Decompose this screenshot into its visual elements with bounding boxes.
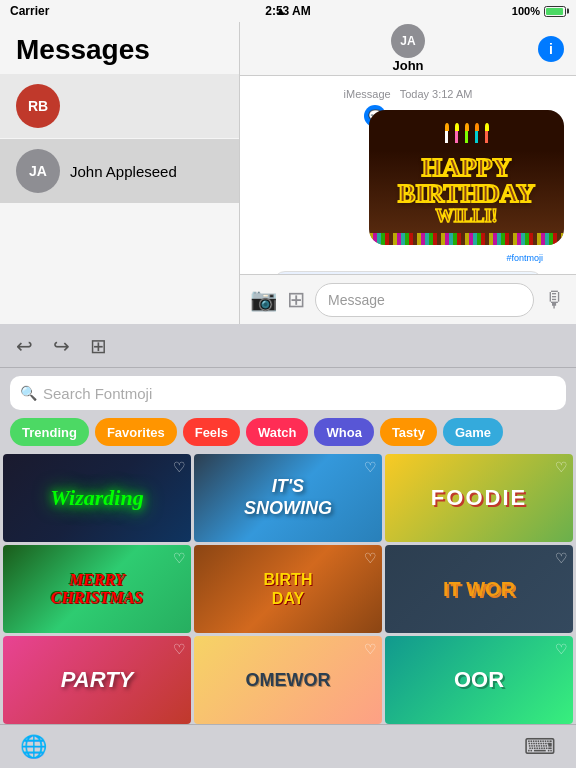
sticker-merry-text: MERRYCHRISTMAS: [51, 571, 143, 606]
chat-area: JA John i iMessage Today 3:12 AM 💬: [240, 22, 576, 324]
sticker-floor[interactable]: OOR ♡: [385, 636, 573, 724]
status-bar: Carrier ▲ 2:53 AM 100%: [0, 0, 576, 22]
birthday-sticker: HAPPY BIRTHDAY WILLI!: [369, 110, 564, 245]
sprinkles: [369, 233, 564, 245]
heart-icon-merry[interactable]: ♡: [173, 550, 186, 566]
tab-trending[interactable]: Trending: [10, 418, 89, 446]
candle-3: [465, 131, 468, 143]
flame-3: [465, 123, 469, 131]
heart-icon-floor[interactable]: ♡: [555, 641, 568, 657]
sticker-wizarding-text: Wizarding: [50, 485, 143, 511]
contact-item-rb[interactable]: RB: [0, 74, 239, 138]
heart-icon-party[interactable]: ♡: [173, 641, 186, 657]
tab-watch[interactable]: Watch: [246, 418, 309, 446]
avatar-rb: RB: [16, 84, 60, 128]
bd-line2: BIRTHDAY: [398, 181, 535, 207]
globe-icon[interactable]: 🌐: [20, 734, 47, 760]
sidebar-title: Messages: [0, 22, 239, 74]
toolbar-row: ↩ ↪ ⊞: [0, 324, 576, 368]
message-row-thanks: #fontmoji THANKS JOHNNY!: [252, 253, 564, 274]
messages-container: iMessage Today 3:12 AM 💬: [240, 76, 576, 274]
candle-5: [485, 131, 488, 143]
category-tabs: Trending Favorites Feels Watch Whoa Tast…: [0, 418, 576, 454]
mic-icon[interactable]: 🎙: [544, 287, 566, 313]
candles-row: [445, 123, 489, 143]
contact-item-john[interactable]: JA John Appleseed: [0, 139, 239, 203]
sticker-work-text: IT WOR: [443, 578, 515, 601]
sticker-snowing-text: IT'SSNOWING: [244, 476, 332, 519]
message-input-bar: 📷 ⊞ Message 🎙: [240, 274, 576, 324]
sticker-foodie[interactable]: FOODIE ♡: [385, 454, 573, 542]
tab-tasty[interactable]: Tasty: [380, 418, 437, 446]
contact-name-john: John Appleseed: [70, 163, 177, 180]
sticker-merry[interactable]: MERRYCHRISTMAS ♡: [3, 545, 191, 633]
battery-area: 100%: [512, 5, 566, 17]
flame-5: [485, 123, 489, 131]
sticker-birthday2[interactable]: BIRTHDAY ♡: [194, 545, 382, 633]
heart-icon-work[interactable]: ♡: [555, 550, 568, 566]
keyboard-icon[interactable]: ⌨: [524, 734, 556, 760]
chat-header-avatar: JA: [391, 24, 425, 58]
heart-icon-homework[interactable]: ♡: [364, 641, 377, 657]
sticker-grid: Wizarding ♡ IT'SSNOWING ♡ FOODIE ♡ MERRY…: [0, 454, 576, 724]
sticker-snowing[interactable]: IT'SSNOWING ♡: [194, 454, 382, 542]
sidebar: Messages RB JA John Appleseed: [0, 22, 240, 324]
camera-icon[interactable]: 📷: [250, 287, 277, 313]
avatar-ja: JA: [16, 149, 60, 193]
tab-game[interactable]: Game: [443, 418, 503, 446]
chat-header: JA John i: [240, 22, 576, 76]
main-area: Messages RB JA John Appleseed JA John i: [0, 22, 576, 324]
candle-4: [475, 131, 478, 143]
search-icon: 🔍: [20, 385, 37, 401]
sticker-homework[interactable]: OMEWOR ♡: [194, 636, 382, 724]
redo-button[interactable]: ↪: [53, 334, 70, 358]
message-row-birthday: 💬: [252, 110, 564, 245]
heart-icon-birthday2[interactable]: ♡: [364, 550, 377, 566]
sticker-party[interactable]: PARTY ♡: [3, 636, 191, 724]
flame-4: [475, 123, 479, 131]
sticker-party-text: PARTY: [61, 667, 134, 693]
search-bar[interactable]: 🔍 Search Fontmoji: [10, 376, 566, 410]
tab-favorites[interactable]: Favorites: [95, 418, 177, 446]
hashtag-fontmoji: #fontmoji: [273, 253, 543, 263]
bottom-bar: 🌐 ⌨: [0, 724, 576, 768]
sticker-work[interactable]: IT WOR ♡: [385, 545, 573, 633]
carrier-label: Carrier: [10, 4, 49, 18]
thanks-sticker-wrapper: #fontmoji THANKS JOHNNY!: [273, 253, 543, 274]
imessage-label: iMessage Today 3:12 AM: [344, 88, 473, 100]
sticker-floor-text: OOR: [454, 667, 504, 693]
sticker-foodie-text: FOODIE: [431, 485, 527, 511]
info-button[interactable]: i: [538, 36, 564, 62]
birthday-sticker-wrapper: 💬: [369, 110, 564, 245]
search-input: Search Fontmoji: [43, 385, 152, 402]
sticker-wizarding[interactable]: Wizarding ♡: [3, 454, 191, 542]
apps-icon[interactable]: ⊞: [287, 287, 305, 313]
tab-whoa[interactable]: Whoa: [314, 418, 373, 446]
sticker-homework-text: OMEWOR: [246, 670, 331, 691]
battery-fill: [546, 8, 563, 15]
battery-icon: [544, 6, 566, 17]
undo-button[interactable]: ↩: [16, 334, 33, 358]
flame-1: [445, 123, 449, 131]
flame-2: [455, 123, 459, 131]
candle-2: [455, 131, 458, 143]
sticker-birthday2-text: BIRTHDAY: [264, 570, 313, 608]
battery-label: 100%: [512, 5, 540, 17]
chat-header-info-col: JA John: [391, 24, 425, 73]
candle-1: [445, 131, 448, 143]
sticker-panel: ↩ ↪ ⊞ 🔍 Search Fontmoji Trending Favorit…: [0, 324, 576, 768]
heart-icon-foodie[interactable]: ♡: [555, 459, 568, 475]
tab-feels[interactable]: Feels: [183, 418, 240, 446]
time-label: 2:53 AM: [265, 4, 311, 18]
bd-line1: HAPPY: [422, 155, 512, 181]
message-input[interactable]: Message: [315, 283, 534, 317]
chat-contact-name: John: [392, 58, 423, 73]
heart-icon-wizarding[interactable]: ♡: [173, 459, 186, 475]
heart-icon-snowing[interactable]: ♡: [364, 459, 377, 475]
clipboard-button[interactable]: ⊞: [90, 334, 107, 358]
message-placeholder: Message: [328, 292, 385, 308]
thanks-sticker: THANKS JOHNNY!: [273, 271, 543, 274]
bd-line3: WILLI!: [435, 207, 497, 225]
